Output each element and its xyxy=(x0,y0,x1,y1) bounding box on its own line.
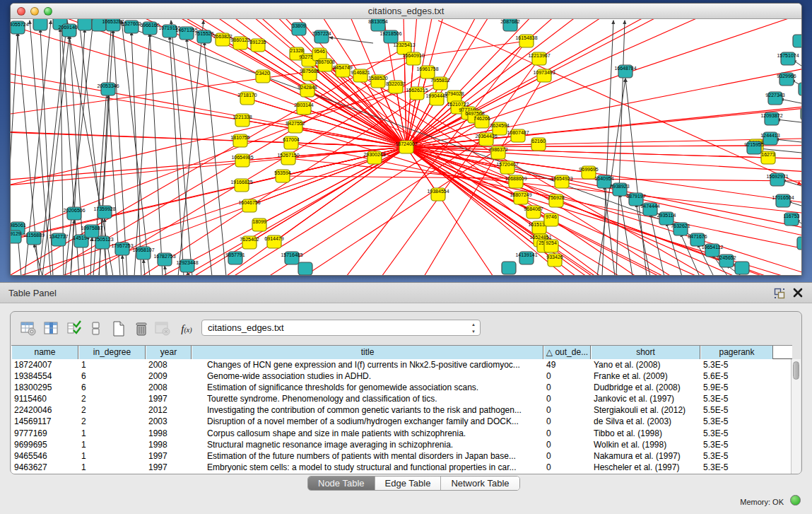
graph-node[interactable]: 8813054 xyxy=(368,19,387,31)
graph-node[interactable]: 19218506 xyxy=(379,30,401,43)
graph-node[interactable]: 15267150 xyxy=(277,152,299,165)
graph-node[interactable]: 9227343 xyxy=(765,92,784,105)
tab-network-table[interactable]: Network Table xyxy=(441,477,519,490)
table-row[interactable]: 1830029562008Estimation of significance … xyxy=(11,382,792,393)
graph-node[interactable]: 15692971 xyxy=(766,173,788,186)
graph-node[interactable]: 62160 xyxy=(531,138,546,151)
table-row[interactable]: 2242004622012Investigating the contribut… xyxy=(11,404,792,416)
graph-node[interactable]: 15751074 xyxy=(777,52,799,65)
graph-node[interactable]: 9875685 xyxy=(300,68,319,81)
float-panel-icon[interactable] xyxy=(774,288,785,299)
column-header-out_de[interactable]: △ out_de... xyxy=(543,346,591,359)
function-builder-button[interactable]: f(x) xyxy=(177,320,196,338)
graph-node[interactable]: 2718170 xyxy=(237,92,257,105)
graph-node[interactable]: 9329966 xyxy=(777,73,796,86)
new-table-button[interactable] xyxy=(110,320,128,338)
graph-node[interactable]: 1221338 xyxy=(233,114,252,127)
graph-node[interactable]: 9860123 xyxy=(230,37,249,49)
graph-node[interactable]: 18099 xyxy=(252,218,266,231)
table-row[interactable]: 969969511998Structural magnetic resonanc… xyxy=(11,439,792,450)
graph-node[interactable]: 8427552 xyxy=(286,120,305,133)
graph-node[interactable]: 12505123 xyxy=(91,236,113,249)
graph-node[interactable]: 7986372 xyxy=(488,146,507,159)
graph-node[interactable]: 617004 xyxy=(283,136,299,149)
network-canvas[interactable]: 1872400792428482803144842755261700415267… xyxy=(11,19,801,275)
column-header-title[interactable]: title xyxy=(192,346,543,359)
graph-node[interactable] xyxy=(33,19,47,30)
delete-table-button[interactable] xyxy=(132,320,151,338)
tab-node-table[interactable]: Node Table xyxy=(308,477,375,490)
graph-node[interactable]: 16154838 xyxy=(515,35,537,47)
graph-node[interactable]: 33809 xyxy=(292,23,306,35)
table-row[interactable]: 1872400712008Changes of HCN gene express… xyxy=(11,359,792,370)
graph-node[interactable]: 9857791 xyxy=(225,252,245,264)
scrollbar-thumb[interactable] xyxy=(793,361,799,380)
graph-node[interactable]: 7955812 xyxy=(430,77,449,90)
graph-node[interactable]: 553594 xyxy=(274,170,290,182)
column-header-short[interactable]: short xyxy=(591,346,700,359)
graph-node[interactable]: 8322037 xyxy=(386,81,405,93)
graph-node[interactable]: 19654923 xyxy=(551,175,572,188)
graph-node[interactable]: 9215955 xyxy=(744,141,763,154)
graph-node[interactable]: 746266 xyxy=(473,115,490,128)
graph-node[interactable]: 7625402 xyxy=(240,236,259,249)
table-row[interactable]: 946362711997Embryonic stem cells: a mode… xyxy=(11,462,792,473)
delete-column-disabled-button[interactable] xyxy=(153,320,172,338)
graph-node[interactable]: 12093872 xyxy=(760,112,782,125)
graph-node[interactable]: 17957253 xyxy=(111,243,133,255)
network-window-titlebar[interactable]: citations_edges.txt xyxy=(11,4,801,19)
graph-node[interactable]: 16782753 xyxy=(153,253,175,266)
graph-node[interactable]: 39129 xyxy=(11,230,21,243)
select-columns-button[interactable] xyxy=(42,320,61,338)
network-table-select[interactable]: citations_edges.txt ▲▼ xyxy=(201,320,481,336)
graph-node[interactable]: 14139141 xyxy=(515,252,537,264)
graph-node[interactable] xyxy=(502,262,516,274)
graph-node[interactable]: 11156889 xyxy=(23,232,45,245)
graph-node[interactable]: 1527602 xyxy=(122,21,141,33)
graph-node[interactable]: 7663822 xyxy=(213,33,232,46)
network-window[interactable]: citations_edges.txt 18724007924284828031… xyxy=(10,3,802,276)
table-vertical-scrollbar[interactable] xyxy=(791,359,801,474)
graph-node[interactable] xyxy=(78,19,92,30)
table-row[interactable]: 977716911998Corpus callosum shape and si… xyxy=(11,428,792,439)
graph-node[interactable]: 1810755 xyxy=(230,134,249,147)
graph-node[interactable]: 1342737 xyxy=(49,233,68,246)
graph-node[interactable]: 9242848 xyxy=(298,84,317,97)
graph-node[interactable] xyxy=(298,262,312,275)
graph-node[interactable]: 933426 xyxy=(546,254,563,267)
graph-node[interactable]: 9245652 xyxy=(717,255,736,267)
graph-node[interactable]: 891235 xyxy=(249,39,266,52)
graph-node[interactable]: 19384554 xyxy=(427,188,449,201)
tab-edge-table[interactable]: Edge Table xyxy=(375,477,442,490)
graph-node[interactable] xyxy=(797,237,801,250)
graph-node[interactable]: 9254 xyxy=(544,240,558,252)
graph-node[interactable]: 9746 xyxy=(544,214,558,226)
table-row[interactable]: 1456911722003Disruption of a novel membe… xyxy=(11,416,792,427)
graph-node[interactable]: 2087682 xyxy=(500,19,519,31)
graph-node[interactable]: 7515526 xyxy=(194,30,213,43)
graph-node[interactable]: 14055724 xyxy=(11,21,29,34)
graph-node[interactable]: 12213967 xyxy=(528,52,550,65)
memory-status-icon[interactable] xyxy=(790,495,801,506)
graph-node[interactable]: 2803144 xyxy=(294,102,313,115)
graph-node[interactable]: 1588520 xyxy=(368,75,387,88)
graph-node[interactable]: 20206506 xyxy=(63,207,85,220)
graph-node[interactable] xyxy=(793,35,801,47)
graph-node[interactable]: 9146821 xyxy=(351,69,370,82)
table-row[interactable]: 1938455462009Genome-wide association stu… xyxy=(11,370,792,382)
node-table[interactable]: namein_degreeyeartitle△ out_de...shortpa… xyxy=(11,345,792,474)
graph-node[interactable]: 10654985 xyxy=(231,154,253,167)
graph-node[interactable]: 23420 xyxy=(256,70,270,83)
graph-node[interactable] xyxy=(801,107,801,120)
column-header-year[interactable]: year xyxy=(146,346,192,359)
graph-node[interactable]: 16046756 xyxy=(238,199,260,212)
graph-node[interactable]: 8454749 xyxy=(333,64,352,77)
table-row[interactable]: 911546021997Tourette syndrome. Phenomeno… xyxy=(11,393,792,404)
select-all-button[interactable] xyxy=(66,320,84,338)
graph-node[interactable]: 6966160 xyxy=(140,22,159,35)
graph-node[interactable]: 7357224 xyxy=(312,30,331,43)
column-header-pagerank[interactable]: pagerank xyxy=(700,346,773,359)
graph-node[interactable] xyxy=(799,83,801,95)
close-panel-icon[interactable] xyxy=(792,287,804,298)
unselect-rows-button[interactable] xyxy=(87,320,105,338)
